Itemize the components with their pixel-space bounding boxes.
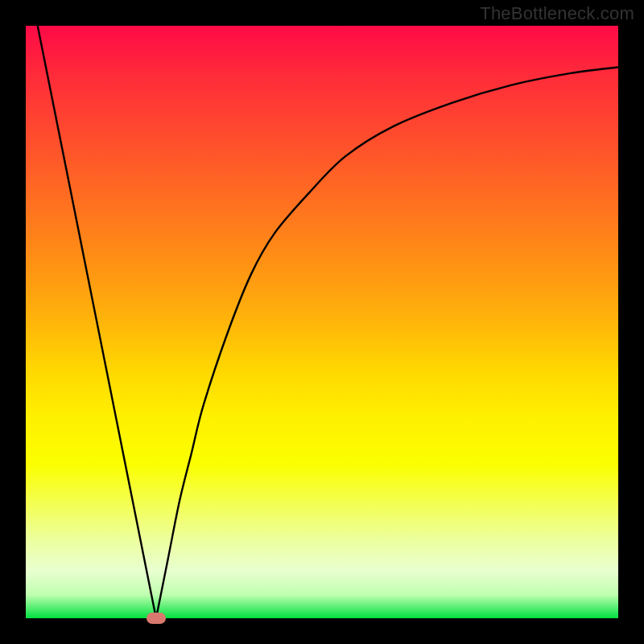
chart-frame: TheBottleneck.com (0, 0, 644, 644)
bottleneck-curve (38, 26, 618, 618)
optimum-marker (147, 613, 166, 624)
curve-svg (26, 26, 618, 618)
watermark-text: TheBottleneck.com (480, 3, 634, 24)
plot-area (26, 26, 618, 618)
